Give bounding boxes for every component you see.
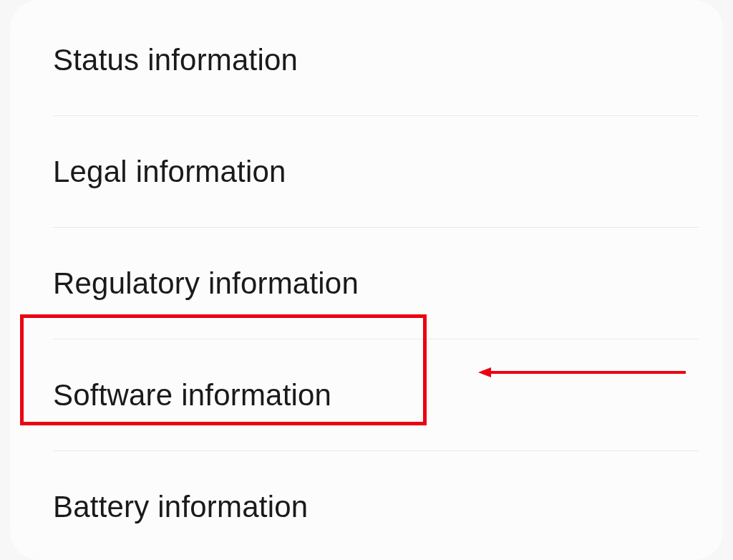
list-item-label: Battery information — [53, 490, 308, 524]
list-item-status-information[interactable]: Status information — [10, 4, 723, 116]
settings-card: Status information Legal information Reg… — [10, 0, 723, 560]
list-item-label: Regulatory information — [53, 266, 359, 301]
list-item-legal-information[interactable]: Legal information — [10, 116, 723, 228]
list-item-software-information[interactable]: Software information — [10, 339, 723, 451]
settings-list: Status information Legal information Reg… — [10, 0, 723, 560]
list-item-label: Status information — [53, 43, 298, 77]
list-item-label: Software information — [53, 378, 331, 412]
list-item-label: Legal information — [53, 155, 286, 189]
list-item-battery-information[interactable]: Battery information — [10, 451, 723, 560]
list-item-regulatory-information[interactable]: Regulatory information — [10, 228, 723, 339]
